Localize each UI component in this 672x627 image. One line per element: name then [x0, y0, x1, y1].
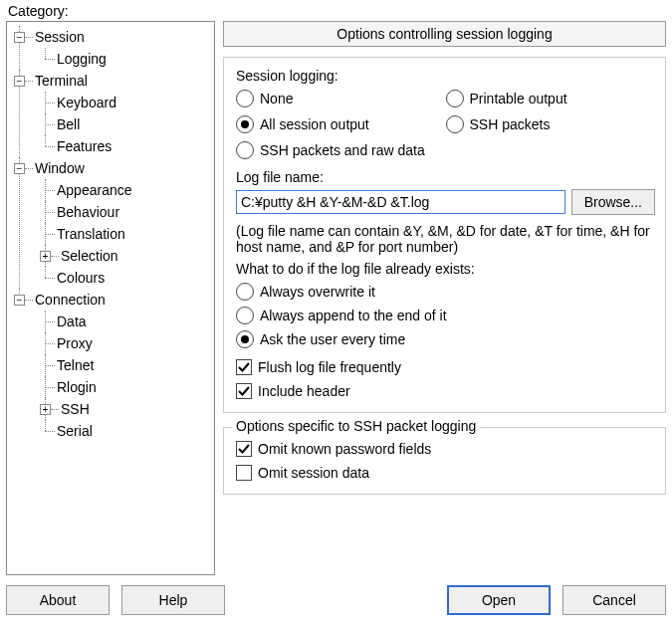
collapse-icon[interactable]: − — [14, 32, 25, 43]
radio-printable[interactable]: Printable output — [446, 88, 656, 109]
tree-data[interactable]: Data — [55, 314, 89, 329]
ssh-group-title: Options specific to SSH packet logging — [232, 418, 480, 434]
radio-ssh-raw[interactable]: SSH packets and raw data — [236, 139, 655, 161]
tree-appearance[interactable]: Appearance — [55, 182, 134, 198]
radio-all-output[interactable]: All session output — [236, 113, 446, 135]
tree-selection[interactable]: Selection — [59, 248, 120, 264]
collapse-icon[interactable]: − — [14, 295, 25, 306]
check-flush[interactable]: Flush log file frequently — [236, 356, 655, 378]
help-button[interactable]: Help — [121, 585, 225, 615]
collapse-icon[interactable]: − — [14, 76, 25, 87]
tree-translation[interactable]: Translation — [55, 226, 127, 242]
about-button[interactable]: About — [6, 585, 110, 615]
tree-logging[interactable]: Logging — [55, 51, 109, 67]
expand-icon[interactable]: + — [40, 404, 51, 415]
tree-window[interactable]: Window — [33, 160, 87, 176]
radio-append[interactable]: Always append to the end of it — [236, 305, 655, 326]
collapse-icon[interactable]: − — [14, 163, 25, 174]
tree-serial[interactable]: Serial — [55, 423, 95, 439]
logfile-label: Log file name: — [236, 169, 655, 185]
radio-ssh-packets[interactable]: SSH packets — [446, 113, 656, 135]
session-logging-label: Session logging: — [236, 68, 655, 84]
tree-colours[interactable]: Colours — [55, 270, 107, 286]
radio-none[interactable]: None — [236, 88, 446, 109]
exists-label: What to do if the log file already exist… — [236, 261, 655, 277]
page-title: Options controlling session logging — [223, 21, 666, 47]
browse-button[interactable]: Browse... — [571, 189, 655, 215]
category-label: Category: — [8, 3, 215, 19]
check-include-header[interactable]: Include header — [236, 380, 655, 402]
radio-ask[interactable]: Ask the user every time — [236, 328, 655, 350]
tree-proxy[interactable]: Proxy — [55, 335, 95, 351]
tree-ssh[interactable]: SSH — [59, 401, 92, 417]
expand-icon[interactable]: + — [40, 251, 51, 262]
category-tree[interactable]: − Session Logging − Terminal Keyboard Be… — [6, 21, 215, 575]
tree-connection[interactable]: Connection — [33, 292, 108, 308]
open-button[interactable]: Open — [447, 585, 551, 615]
tree-telnet[interactable]: Telnet — [55, 357, 96, 373]
tree-features[interactable]: Features — [55, 138, 113, 154]
tree-rlogin[interactable]: Rlogin — [55, 379, 99, 395]
tree-bell[interactable]: Bell — [55, 116, 82, 132]
tree-behaviour[interactable]: Behaviour — [55, 204, 121, 220]
check-omit-password[interactable]: Omit known password fields — [236, 438, 655, 460]
logfile-input[interactable] — [236, 190, 565, 214]
tree-keyboard[interactable]: Keyboard — [55, 95, 118, 110]
tree-terminal[interactable]: Terminal — [33, 73, 90, 89]
logfile-hint: (Log file name can contain &Y, &M, &D fo… — [236, 223, 655, 255]
cancel-button[interactable]: Cancel — [562, 585, 666, 615]
radio-overwrite[interactable]: Always overwrite it — [236, 281, 655, 303]
check-omit-session-data[interactable]: Omit session data — [236, 462, 655, 484]
tree-session[interactable]: Session — [33, 29, 87, 45]
